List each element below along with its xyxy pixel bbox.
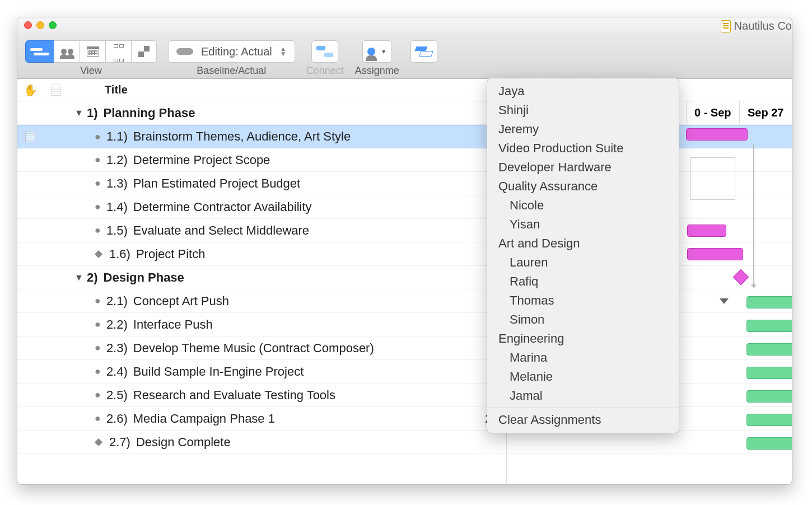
gantt-bar[interactable]: [687, 248, 743, 260]
document-tab[interactable]: Nautilus Co: [721, 20, 792, 32]
task-number: 2.1): [106, 294, 128, 308]
task-number: 2.3): [106, 341, 128, 356]
gantt-bar[interactable]: [746, 296, 792, 308]
disclosure-triangle-icon[interactable]: ▼: [74, 273, 83, 283]
task-title: Interface Push: [133, 317, 213, 332]
baseline-group: Editing: Actual ▲▼ Baseline/Actual: [168, 40, 295, 77]
stepper-icon: ▲▼: [280, 46, 287, 57]
assignment-menu-item[interactable]: Jamal: [487, 386, 679, 405]
assignment-menu-item[interactable]: Melanie: [487, 367, 679, 386]
task-bullet-icon: ●: [95, 225, 101, 236]
view-resources-button[interactable]: [54, 40, 80, 63]
task-number: 2.7): [109, 435, 130, 450]
toolbar: View Editing: Actual ▲▼ Baseline/Actual …: [17, 33, 792, 79]
gantt-dependency-arrow: [753, 144, 754, 285]
task-number: 2.2): [106, 317, 128, 332]
assignment-menu-item[interactable]: Shinji: [487, 101, 679, 120]
task-number: 1.6): [109, 247, 130, 261]
assignment-group: ▼ Assignme: [355, 40, 399, 77]
task-bullet-icon: ●: [95, 342, 101, 354]
task-title: Build Sample In-Engine Project: [133, 364, 304, 379]
disclosure-triangle-icon[interactable]: ▼: [74, 108, 83, 118]
task-bullet-icon: ●: [95, 319, 101, 330]
assignment-menu-item[interactable]: Quality Assurance: [487, 177, 679, 196]
task-title: Evaluate and Select Middleware: [133, 223, 309, 238]
document-title: Nautilus Co: [734, 20, 792, 32]
assignment-menu-item[interactable]: Marina: [487, 348, 679, 367]
view-label: View: [80, 65, 102, 77]
assignment-menu-item[interactable]: Developer Hardware: [487, 158, 679, 177]
assignment-menu-item[interactable]: Jeremy: [487, 120, 679, 139]
task-title: Determine Project Scope: [133, 153, 270, 167]
title-column-header[interactable]: Title: [69, 83, 494, 96]
assignment-menu-item[interactable]: Jaya: [487, 82, 679, 101]
gantt-bar[interactable]: [686, 128, 748, 141]
task-bullet-icon: ●: [95, 413, 101, 424]
milestone-bullet-icon: [95, 438, 102, 446]
gantt-milestone[interactable]: [733, 269, 749, 285]
assignment-menu-item[interactable]: Lauren: [487, 253, 679, 272]
task-number: 1.3): [106, 176, 128, 191]
connect-icon: [316, 46, 333, 57]
minimize-window-button[interactable]: [36, 21, 44, 29]
split-group: [410, 40, 437, 77]
assignment-menu-item[interactable]: Thomas: [487, 291, 679, 310]
task-number: 2): [87, 270, 98, 285]
task-title: Project Pitch: [136, 247, 206, 261]
note-icon: [25, 131, 35, 142]
task-bullet-icon: ●: [95, 201, 101, 213]
task-number: 1.5): [106, 223, 128, 238]
gantt-bar[interactable]: [746, 437, 792, 450]
task-bullet-icon: ●: [95, 131, 101, 143]
task-title: Develop Theme Music (Contract Composer): [133, 341, 374, 356]
baseline-chip-icon: [176, 48, 193, 55]
milestone-bullet-icon: [95, 250, 102, 258]
view-switcher: View: [25, 40, 157, 77]
view-network-button[interactable]: [105, 40, 131, 63]
assignment-menu-item[interactable]: Simon: [487, 310, 679, 329]
gantt-group-tri-icon: [720, 298, 729, 304]
split-icon: [416, 46, 432, 57]
gantt-bar[interactable]: [746, 367, 792, 379]
assignment-menu-item[interactable]: Art and Design: [487, 234, 679, 253]
window-controls: [24, 21, 57, 29]
split-button[interactable]: [410, 40, 437, 63]
task-title: Media Campaign Phase 1: [133, 412, 275, 426]
task-number: 1.4): [106, 200, 128, 214]
connect-button[interactable]: [311, 40, 338, 63]
gantt-col-2: Sep 27: [739, 101, 792, 124]
task-number: 1.2): [106, 153, 128, 167]
task-title: Design Phase: [104, 270, 184, 285]
assignment-menu-item[interactable]: Rafiq: [487, 272, 679, 291]
connect-group: Connect: [306, 40, 344, 77]
menu-separator: [487, 408, 679, 408]
baseline-label: Baseline/Actual: [197, 65, 266, 77]
baseline-dropdown[interactable]: Editing: Actual ▲▼: [168, 40, 295, 63]
assignment-button[interactable]: ▼: [362, 40, 392, 63]
gantt-bar[interactable]: [746, 414, 792, 426]
view-gantt-button[interactable]: [25, 40, 54, 63]
task-number: 1): [87, 106, 98, 120]
view-calendar-button[interactable]: [80, 40, 105, 63]
baseline-value: Editing: Actual: [201, 45, 272, 58]
task-title: Design Complete: [136, 435, 231, 450]
clear-assignments-item[interactable]: Clear Assignments: [487, 410, 679, 429]
assignment-label: Assignme: [355, 65, 399, 77]
gantt-bar[interactable]: [746, 320, 792, 332]
close-window-button[interactable]: [24, 21, 32, 29]
task-bullet-icon: ●: [95, 389, 101, 401]
assignment-menu-item[interactable]: Video Production Suite: [487, 139, 679, 158]
task-title: Brainstorm Themes, Audience, Art Style: [133, 129, 351, 144]
gantt-bar[interactable]: [746, 390, 792, 403]
task-title: Concept Art Push: [133, 294, 229, 308]
gantt-bar[interactable]: [746, 343, 792, 356]
gantt-bar[interactable]: [687, 225, 726, 237]
view-styles-button[interactable]: [131, 40, 157, 63]
assignment-menu[interactable]: JayaShinjiJeremyVideo Production SuiteDe…: [487, 78, 679, 433]
task-number: 2.5): [106, 388, 128, 403]
task-bullet-icon: ●: [95, 177, 101, 189]
assignment-menu-item[interactable]: Yisan: [487, 215, 679, 234]
zoom-window-button[interactable]: [49, 21, 57, 29]
assignment-menu-item[interactable]: Engineering: [487, 329, 679, 348]
assignment-menu-item[interactable]: Nicole: [487, 196, 679, 215]
